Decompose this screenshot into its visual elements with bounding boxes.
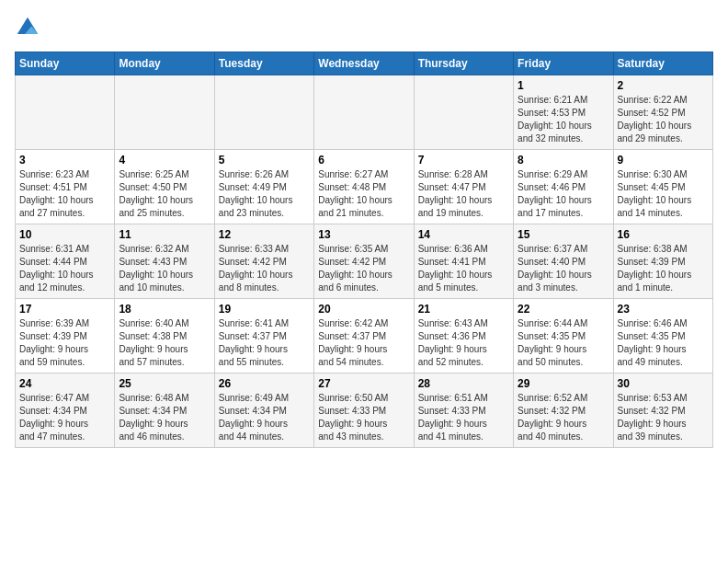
day-number: 30 — [618, 377, 709, 390]
day-info: Sunrise: 6:32 AM Sunset: 4:43 PM Dayligh… — [119, 243, 210, 294]
calendar-cell: 23Sunrise: 6:46 AM Sunset: 4:35 PM Dayli… — [613, 299, 712, 373]
logo-icon — [15, 15, 40, 40]
day-info: Sunrise: 6:23 AM Sunset: 4:51 PM Dayligh… — [19, 168, 110, 220]
calendar-week-0: 1Sunrise: 6:21 AM Sunset: 4:53 PM Daylig… — [16, 75, 713, 150]
day-info: Sunrise: 6:33 AM Sunset: 4:42 PM Dayligh… — [219, 243, 310, 294]
calendar-cell — [414, 75, 513, 150]
day-number: 22 — [518, 303, 609, 316]
weekday-header-sunday: Sunday — [16, 52, 115, 75]
calendar-cell — [214, 75, 313, 150]
day-number: 23 — [618, 303, 709, 316]
day-number: 14 — [418, 228, 509, 241]
day-info: Sunrise: 6:51 AM Sunset: 4:33 PM Dayligh… — [418, 392, 509, 443]
calendar-cell: 26Sunrise: 6:49 AM Sunset: 4:34 PM Dayli… — [214, 373, 313, 448]
calendar-cell: 19Sunrise: 6:41 AM Sunset: 4:37 PM Dayli… — [214, 299, 313, 373]
day-number: 4 — [119, 154, 210, 167]
day-number: 29 — [518, 377, 609, 390]
day-number: 3 — [19, 154, 110, 167]
day-info: Sunrise: 6:35 AM Sunset: 4:42 PM Dayligh… — [318, 243, 409, 294]
day-number: 9 — [618, 154, 709, 167]
weekday-header-friday: Friday — [514, 52, 613, 75]
calendar-cell — [314, 75, 414, 150]
day-info: Sunrise: 6:25 AM Sunset: 4:50 PM Dayligh… — [119, 168, 210, 220]
calendar-cell: 7Sunrise: 6:28 AM Sunset: 4:47 PM Daylig… — [414, 150, 513, 224]
calendar-cell: 6Sunrise: 6:27 AM Sunset: 4:48 PM Daylig… — [314, 150, 414, 224]
calendar-body: 1Sunrise: 6:21 AM Sunset: 4:53 PM Daylig… — [16, 75, 713, 448]
day-number: 28 — [418, 377, 509, 390]
day-number: 20 — [318, 303, 409, 316]
day-number: 25 — [119, 377, 210, 390]
day-info: Sunrise: 6:40 AM Sunset: 4:38 PM Dayligh… — [119, 317, 210, 369]
calendar-week-2: 10Sunrise: 6:31 AM Sunset: 4:44 PM Dayli… — [16, 224, 713, 299]
weekday-header-wednesday: Wednesday — [314, 52, 414, 75]
day-number: 12 — [219, 228, 310, 241]
calendar-cell: 1Sunrise: 6:21 AM Sunset: 4:53 PM Daylig… — [514, 75, 613, 150]
calendar-cell: 28Sunrise: 6:51 AM Sunset: 4:33 PM Dayli… — [414, 373, 513, 448]
calendar-cell: 11Sunrise: 6:32 AM Sunset: 4:43 PM Dayli… — [115, 224, 214, 299]
day-info: Sunrise: 6:52 AM Sunset: 4:32 PM Dayligh… — [518, 392, 609, 443]
calendar-cell: 9Sunrise: 6:30 AM Sunset: 4:45 PM Daylig… — [613, 150, 712, 224]
day-info: Sunrise: 6:50 AM Sunset: 4:33 PM Dayligh… — [318, 392, 409, 443]
calendar-cell — [16, 75, 115, 150]
calendar-week-3: 17Sunrise: 6:39 AM Sunset: 4:39 PM Dayli… — [16, 299, 713, 373]
calendar-cell: 27Sunrise: 6:50 AM Sunset: 4:33 PM Dayli… — [314, 373, 414, 448]
calendar-table: SundayMondayTuesdayWednesdayThursdayFrid… — [15, 52, 713, 448]
day-number: 16 — [618, 228, 709, 241]
day-number: 7 — [418, 154, 509, 167]
day-number: 18 — [119, 303, 210, 316]
calendar-cell: 3Sunrise: 6:23 AM Sunset: 4:51 PM Daylig… — [16, 150, 115, 224]
calendar-cell: 21Sunrise: 6:43 AM Sunset: 4:36 PM Dayli… — [414, 299, 513, 373]
calendar-cell: 17Sunrise: 6:39 AM Sunset: 4:39 PM Dayli… — [16, 299, 115, 373]
day-number: 1 — [518, 79, 609, 92]
day-number: 10 — [19, 228, 110, 241]
day-info: Sunrise: 6:37 AM Sunset: 4:40 PM Dayligh… — [518, 243, 609, 294]
day-number: 5 — [219, 154, 310, 167]
day-number: 11 — [119, 228, 210, 241]
calendar-cell: 10Sunrise: 6:31 AM Sunset: 4:44 PM Dayli… — [16, 224, 115, 299]
day-number: 21 — [418, 303, 509, 316]
calendar-week-1: 3Sunrise: 6:23 AM Sunset: 4:51 PM Daylig… — [16, 150, 713, 224]
calendar-cell: 30Sunrise: 6:53 AM Sunset: 4:32 PM Dayli… — [613, 373, 712, 448]
day-info: Sunrise: 6:39 AM Sunset: 4:39 PM Dayligh… — [19, 317, 110, 369]
day-info: Sunrise: 6:38 AM Sunset: 4:39 PM Dayligh… — [618, 243, 709, 294]
day-info: Sunrise: 6:27 AM Sunset: 4:48 PM Dayligh… — [318, 168, 409, 220]
calendar-cell: 12Sunrise: 6:33 AM Sunset: 4:42 PM Dayli… — [214, 224, 313, 299]
weekday-header-thursday: Thursday — [414, 52, 513, 75]
calendar-cell: 24Sunrise: 6:47 AM Sunset: 4:34 PM Dayli… — [16, 373, 115, 448]
day-info: Sunrise: 6:49 AM Sunset: 4:34 PM Dayligh… — [219, 392, 310, 443]
day-info: Sunrise: 6:21 AM Sunset: 4:53 PM Dayligh… — [518, 94, 609, 145]
calendar-cell — [115, 75, 214, 150]
calendar-cell: 25Sunrise: 6:48 AM Sunset: 4:34 PM Dayli… — [115, 373, 214, 448]
day-number: 27 — [318, 377, 409, 390]
weekday-header-saturday: Saturday — [613, 52, 712, 75]
day-number: 2 — [618, 79, 709, 92]
calendar-week-4: 24Sunrise: 6:47 AM Sunset: 4:34 PM Dayli… — [16, 373, 713, 448]
day-info: Sunrise: 6:26 AM Sunset: 4:49 PM Dayligh… — [219, 168, 310, 220]
day-info: Sunrise: 6:28 AM Sunset: 4:47 PM Dayligh… — [418, 168, 509, 220]
day-info: Sunrise: 6:46 AM Sunset: 4:35 PM Dayligh… — [618, 317, 709, 369]
day-info: Sunrise: 6:53 AM Sunset: 4:32 PM Dayligh… — [618, 392, 709, 443]
calendar-cell: 4Sunrise: 6:25 AM Sunset: 4:50 PM Daylig… — [115, 150, 214, 224]
day-info: Sunrise: 6:42 AM Sunset: 4:37 PM Dayligh… — [318, 317, 409, 369]
day-number: 24 — [19, 377, 110, 390]
day-info: Sunrise: 6:31 AM Sunset: 4:44 PM Dayligh… — [19, 243, 110, 294]
calendar-cell: 13Sunrise: 6:35 AM Sunset: 4:42 PM Dayli… — [314, 224, 414, 299]
calendar-cell: 14Sunrise: 6:36 AM Sunset: 4:41 PM Dayli… — [414, 224, 513, 299]
calendar-cell: 2Sunrise: 6:22 AM Sunset: 4:52 PM Daylig… — [613, 75, 712, 150]
calendar-cell: 16Sunrise: 6:38 AM Sunset: 4:39 PM Dayli… — [613, 224, 712, 299]
calendar-cell: 20Sunrise: 6:42 AM Sunset: 4:37 PM Dayli… — [314, 299, 414, 373]
calendar-cell: 29Sunrise: 6:52 AM Sunset: 4:32 PM Dayli… — [514, 373, 613, 448]
weekday-header-tuesday: Tuesday — [214, 52, 313, 75]
calendar-cell: 5Sunrise: 6:26 AM Sunset: 4:49 PM Daylig… — [214, 150, 313, 224]
calendar-cell: 18Sunrise: 6:40 AM Sunset: 4:38 PM Dayli… — [115, 299, 214, 373]
day-info: Sunrise: 6:43 AM Sunset: 4:36 PM Dayligh… — [418, 317, 509, 369]
day-number: 15 — [518, 228, 609, 241]
weekday-row: SundayMondayTuesdayWednesdayThursdayFrid… — [16, 52, 713, 75]
day-info: Sunrise: 6:48 AM Sunset: 4:34 PM Dayligh… — [119, 392, 210, 443]
calendar-cell: 8Sunrise: 6:29 AM Sunset: 4:46 PM Daylig… — [514, 150, 613, 224]
day-number: 19 — [219, 303, 310, 316]
day-number: 6 — [318, 154, 409, 167]
day-number: 13 — [318, 228, 409, 241]
day-number: 17 — [19, 303, 110, 316]
page-header — [15, 15, 713, 40]
